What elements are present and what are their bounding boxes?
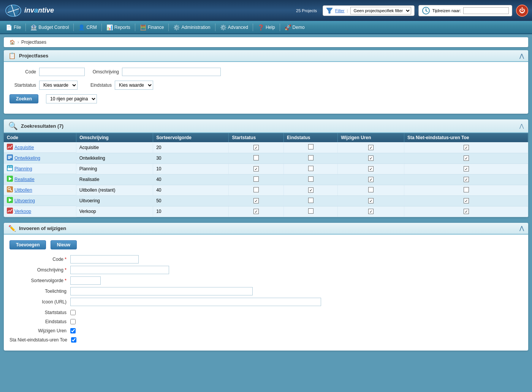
nav-item-budget-control[interactable]: 🏦 Budget Control bbox=[27, 23, 73, 32]
entry-toelichting-label: Toelichting bbox=[10, 287, 70, 294]
entry-sta-niet-row: Sta Niet-eindstatus-uren Toe bbox=[10, 336, 522, 343]
nieuw-button[interactable]: Nieuw bbox=[51, 240, 77, 249]
help-icon: ❓ bbox=[258, 24, 264, 30]
tijdreizen-input[interactable] bbox=[463, 7, 509, 14]
cell-code: Verkoop bbox=[4, 206, 76, 217]
power-button[interactable]: ⏻ bbox=[516, 5, 528, 17]
nav-item-demo[interactable]: 🚀 Demo bbox=[281, 23, 309, 32]
entry-sorteervolgorde-label: Sorteervolgorde bbox=[10, 276, 70, 283]
cell-sorteervolgorde: 20 bbox=[153, 142, 229, 153]
filter-icon bbox=[326, 7, 333, 14]
code-link[interactable]: Acquisitie bbox=[14, 145, 34, 150]
cell-wijzigen-uren: ✓ bbox=[338, 153, 404, 163]
search-form-row-3: Zoeken 10 rijen per pagina bbox=[10, 94, 522, 103]
breadcrumb-separator: › bbox=[17, 40, 19, 45]
entry-panel-body: Toevoegen Nieuw Code Omschrijving Sortee… bbox=[4, 235, 528, 351]
entry-sta-niet-label: Sta Niet-eindstatus-uren Toe bbox=[10, 336, 71, 343]
omschrijving-input[interactable] bbox=[122, 68, 221, 76]
budget-icon: 🏦 bbox=[30, 24, 37, 30]
entry-sorteervolgorde-row: Sorteervolgorde bbox=[10, 276, 522, 285]
cell-wijzigen-uren: ✓ bbox=[338, 206, 404, 217]
nav-divider-1 bbox=[25, 24, 26, 31]
nav-administration-label: Administration bbox=[181, 25, 210, 30]
search-panel: 📋 Projectfases ⋀ Code Omschrijving Start… bbox=[4, 50, 528, 114]
cell-omschrijving: Acquisitie bbox=[76, 142, 153, 153]
nav-divider-8 bbox=[280, 24, 280, 31]
reports-icon: 📊 bbox=[106, 24, 113, 30]
top-bar: invantive 25 Projects Filter : Geen proj… bbox=[0, 0, 532, 21]
nav-item-help[interactable]: ❓ Help bbox=[254, 23, 279, 32]
cell-wijzigen-uren: ✓ bbox=[338, 195, 404, 206]
per-page-select[interactable]: 10 rijen per pagina bbox=[46, 94, 97, 103]
cell-sta-niet: ✓ bbox=[404, 153, 528, 163]
table-row: Ontwikkeling Ontwikkeling 30 ✓ ✓ bbox=[4, 153, 528, 163]
svg-marker-1 bbox=[326, 8, 332, 13]
filter-link[interactable]: Filter bbox=[335, 8, 344, 13]
tijdreizen-label: Tijdreizen naar: bbox=[432, 8, 461, 13]
col-header-omschrijving: Omschrijving bbox=[76, 133, 153, 142]
startstatus-select[interactable]: Kies waarde bbox=[39, 81, 78, 90]
entry-eindstatus-row: Eindstatus bbox=[10, 317, 522, 324]
nav-item-advanced[interactable]: ⚙️ Advanced bbox=[216, 23, 252, 32]
filter-select[interactable]: Geen projectspecifiek filter bbox=[350, 7, 411, 14]
entry-startstatus-checkbox[interactable] bbox=[70, 310, 76, 315]
zoeken-button[interactable]: Zoeken bbox=[10, 94, 38, 103]
nav-divider-4 bbox=[135, 24, 135, 31]
entry-sorteervolgorde-input[interactable] bbox=[70, 276, 101, 285]
results-title: Zoekresultaten (7) bbox=[21, 123, 63, 129]
entry-omschrijving-label: Omschrijving bbox=[10, 266, 70, 273]
cell-eindstatus bbox=[284, 174, 338, 185]
code-link[interactable]: Ontwikkeling bbox=[14, 156, 40, 161]
entry-wijzigen-uren-checkbox[interactable] bbox=[70, 328, 76, 333]
entry-startstatus-row: Startstatus bbox=[10, 308, 522, 315]
entry-panel-header: ✏️ Invoeren of wijzigen ⋀ bbox=[4, 223, 528, 235]
omschrijving-label: Omschrijving bbox=[92, 69, 119, 75]
cell-startstatus: ✓ bbox=[229, 142, 284, 153]
entry-code-input[interactable] bbox=[70, 255, 139, 263]
row-icon bbox=[7, 186, 13, 194]
code-link[interactable]: Uitbollen bbox=[14, 187, 32, 193]
nav-item-file[interactable]: 📄 File bbox=[2, 23, 25, 32]
svg-rect-10 bbox=[8, 158, 10, 159]
svg-rect-23 bbox=[7, 208, 13, 214]
filter-box: Filter : Geen projectspecifiek filter bbox=[323, 5, 415, 16]
entry-eindstatus-checkbox[interactable] bbox=[70, 319, 76, 324]
entry-toelichting-input[interactable] bbox=[70, 287, 253, 295]
entry-code-row: Code bbox=[10, 255, 522, 263]
search-panel-title: Projectfases bbox=[19, 53, 48, 59]
breadcrumb-home[interactable]: 🏠 bbox=[10, 40, 15, 45]
code-link[interactable]: Planning bbox=[14, 166, 32, 171]
nav-item-finance[interactable]: 🧮 Finance bbox=[136, 23, 168, 32]
nav-item-crm[interactable]: 👤 CRM bbox=[74, 23, 100, 32]
table-row: Uitbollen Uitbollen (restant) 40 ✓ bbox=[4, 185, 528, 195]
search-panel-collapse[interactable]: ⋀ bbox=[519, 53, 524, 59]
nav-item-reports[interactable]: 📊 Reports bbox=[103, 23, 134, 32]
nav-item-administration[interactable]: ⚙️ Administration bbox=[169, 23, 214, 32]
svg-rect-13 bbox=[8, 167, 12, 168]
code-input[interactable] bbox=[39, 68, 85, 76]
cell-wijzigen-uren: ✓ bbox=[338, 142, 404, 153]
entry-toelichting-row: Toelichting bbox=[10, 287, 522, 295]
code-link[interactable]: Realisatie bbox=[14, 177, 35, 182]
entry-panel-collapse[interactable]: ⋀ bbox=[519, 225, 524, 231]
entry-icoon-input[interactable] bbox=[70, 298, 321, 306]
entry-icoon-row: Icoon (URL) bbox=[10, 298, 522, 306]
code-link[interactable]: Verkoop bbox=[14, 209, 31, 214]
code-link[interactable]: Uitvoering bbox=[14, 198, 35, 203]
cell-code: Ontwikkeling bbox=[4, 153, 76, 163]
results-panel-collapse[interactable]: ⋀ bbox=[519, 123, 524, 129]
cell-startstatus bbox=[229, 153, 284, 163]
startstatus-field: Startstatus Kies waarde bbox=[10, 81, 78, 90]
svg-rect-8 bbox=[8, 156, 12, 157]
pencil-icon: ✏️ bbox=[8, 225, 16, 232]
demo-icon: 🚀 bbox=[285, 24, 291, 30]
logo-text: invantive bbox=[24, 6, 54, 14]
cell-omschrijving: Realisatie bbox=[76, 174, 153, 185]
entry-sta-niet-checkbox[interactable] bbox=[71, 337, 76, 343]
cell-omschrijving: Verkoop bbox=[76, 206, 153, 217]
toevoegen-button[interactable]: Toevoegen bbox=[10, 240, 46, 249]
entry-omschrijving-input[interactable] bbox=[70, 266, 169, 274]
row-icon bbox=[7, 197, 13, 204]
eindstatus-select[interactable]: Kies waarde bbox=[115, 81, 153, 90]
cell-eindstatus bbox=[284, 163, 338, 174]
